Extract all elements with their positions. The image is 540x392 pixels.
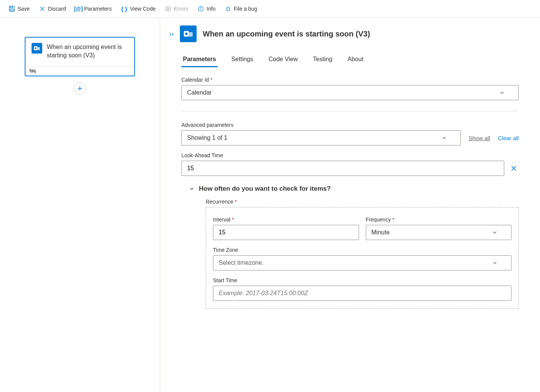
discard-label: Discard	[48, 6, 66, 12]
bug-icon	[225, 5, 232, 12]
interval-label: Interval *	[213, 217, 359, 223]
discard-button[interactable]: Discard	[35, 3, 70, 14]
parameters-label: Parameters	[84, 6, 111, 12]
details-panel: ›› When an upcoming event is starting so…	[160, 18, 540, 391]
info-icon	[197, 5, 204, 12]
discard-icon	[39, 5, 46, 12]
chevron-down-icon	[492, 260, 497, 266]
file-bug-label: File a bug	[234, 6, 257, 12]
node-body: When an upcoming event is starting soon …	[25, 38, 134, 66]
clear-look-ahead-button[interactable]	[509, 163, 519, 173]
frequency-select[interactable]: Minute	[366, 225, 512, 240]
timezone-group: Time Zone Select timezone.	[213, 247, 511, 270]
calendar-id-value: Calendar	[187, 89, 212, 96]
show-all-link[interactable]: Show all	[469, 135, 490, 141]
toolbar: Save Discard [@] Parameters { } View Cod…	[0, 0, 540, 18]
chevron-down-icon	[189, 186, 194, 191]
divider	[181, 111, 519, 111]
add-step-button[interactable]	[74, 82, 86, 95]
calendar-id-label: Calendar Id *	[181, 77, 519, 83]
parameters-form: Calendar Id * Calendar Advanced paramete…	[160, 68, 540, 318]
advanced-params-row: Showing 1 of 1 Show all Clear all	[181, 130, 519, 145]
tab-parameters[interactable]: Parameters	[181, 53, 218, 67]
svg-point-4	[201, 7, 201, 8]
recurrence-label: Recurrence *	[206, 199, 519, 205]
panel-title: When an upcoming event is starting soon …	[203, 30, 370, 38]
info-label: Info	[206, 6, 215, 12]
errors-button: Errors	[161, 3, 192, 14]
svg-point-7	[35, 47, 37, 49]
save-button[interactable]: Save	[5, 3, 33, 14]
save-icon	[8, 5, 15, 12]
node-title: When an upcoming event is starting soon …	[47, 43, 128, 60]
frequency-label: Frequency *	[366, 217, 512, 223]
look-ahead-label: Look-Ahead Time	[181, 152, 519, 158]
node-footer	[25, 66, 134, 76]
view-code-button[interactable]: { } View Code	[117, 3, 159, 14]
trigger-node[interactable]: When an upcoming event is starting soon …	[25, 37, 135, 76]
panel-header: ›› When an upcoming event is starting so…	[160, 25, 540, 48]
tab-testing[interactable]: Testing	[311, 53, 334, 67]
check-frequency-header[interactable]: How often do you want to check for items…	[189, 185, 519, 193]
view-code-label: View Code	[130, 6, 156, 12]
tab-bar: Parameters Settings Code View Testing Ab…	[160, 48, 540, 68]
advanced-showing: Showing 1 of 1	[187, 134, 227, 141]
chevron-down-icon	[499, 90, 505, 95]
tab-about[interactable]: About	[346, 53, 365, 67]
recurrence-box: Interval * Frequency * Minute Time Zone	[206, 207, 519, 309]
file-bug-button[interactable]: File a bug	[221, 3, 261, 14]
main-area: When an upcoming event is starting soon …	[0, 18, 540, 391]
frequency-value: Minute	[372, 229, 390, 236]
start-time-input[interactable]	[213, 286, 511, 301]
parameters-button[interactable]: [@] Parameters	[71, 3, 115, 14]
outlook-icon	[32, 43, 42, 54]
link-icon	[29, 69, 130, 73]
errors-label: Errors	[174, 6, 188, 12]
svg-point-11	[185, 33, 188, 35]
interval-group: Interval *	[213, 217, 359, 240]
designer-canvas: When an upcoming event is starting soon …	[0, 18, 160, 391]
outlook-icon	[180, 25, 197, 42]
frequency-group: Frequency * Minute	[366, 217, 512, 240]
code-icon: { }	[121, 5, 128, 12]
chevron-down-icon	[492, 230, 497, 235]
timezone-select[interactable]: Select timezone.	[213, 255, 511, 270]
look-ahead-group: Look-Ahead Time	[181, 152, 519, 176]
collapse-icon[interactable]: ››	[169, 30, 174, 38]
advanced-params-select[interactable]: Showing 1 of 1	[181, 130, 461, 145]
timezone-placeholder: Select timezone.	[219, 259, 264, 266]
check-frequency-title: How often do you want to check for items…	[199, 185, 331, 193]
errors-icon	[165, 5, 172, 12]
tab-code-view[interactable]: Code View	[267, 53, 299, 67]
tab-settings[interactable]: Settings	[230, 53, 255, 67]
parameters-icon: [@]	[75, 5, 82, 12]
timezone-label: Time Zone	[213, 247, 511, 253]
info-button[interactable]: Info	[194, 3, 219, 14]
save-label: Save	[17, 6, 30, 12]
calendar-id-select[interactable]: Calendar	[181, 85, 519, 100]
look-ahead-input[interactable]	[181, 161, 504, 176]
start-time-label: Start Time	[213, 277, 511, 283]
svg-point-5	[227, 8, 229, 11]
interval-input[interactable]	[213, 225, 359, 240]
advanced-params-label: Advanced parameters	[181, 122, 519, 128]
svg-rect-1	[10, 9, 13, 11]
chevron-down-icon	[442, 135, 447, 141]
start-time-group: Start Time	[213, 277, 511, 301]
clear-all-link[interactable]: Clear all	[498, 135, 519, 141]
